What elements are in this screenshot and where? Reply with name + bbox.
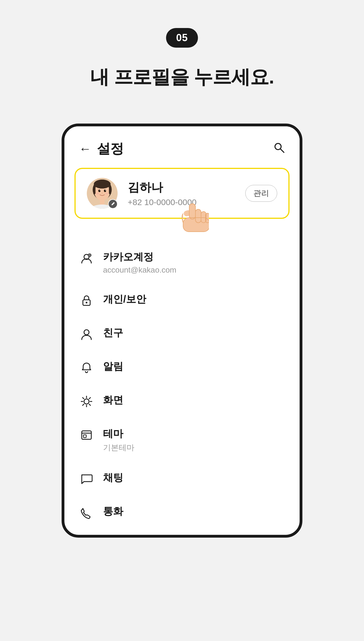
privacy-icon xyxy=(79,293,94,308)
svg-line-39 xyxy=(83,404,84,406)
menu-item-chat[interactable]: 채팅 xyxy=(64,462,300,496)
chat-label: 채팅 xyxy=(103,471,123,485)
notifications-label: 알림 xyxy=(103,360,123,373)
menu-item-privacy[interactable]: 개인/보안 xyxy=(64,284,300,317)
svg-line-1 xyxy=(281,149,284,152)
svg-rect-6 xyxy=(109,186,111,194)
svg-point-10 xyxy=(105,190,106,191)
menu-item-notifications[interactable]: 알림 xyxy=(64,351,300,384)
menu-list: 카카오계정 account@kakao.com 개인/보안 xyxy=(64,236,300,535)
display-label: 화면 xyxy=(103,393,123,407)
step-badge: 05 xyxy=(166,28,198,48)
svg-point-31 xyxy=(84,399,89,404)
svg-point-7 xyxy=(98,190,101,192)
edit-badge xyxy=(108,199,118,209)
settings-header: ← 설정 xyxy=(64,126,300,168)
svg-line-36 xyxy=(83,398,84,399)
svg-line-38 xyxy=(89,398,91,399)
kakao-account-label: 카카오계정 xyxy=(103,250,176,264)
privacy-text: 개인/보안 xyxy=(103,292,146,306)
privacy-label: 개인/보안 xyxy=(103,292,146,306)
account-icon xyxy=(79,251,94,266)
call-text: 통화 xyxy=(103,505,123,518)
menu-item-theme[interactable]: 테마 기본테마 xyxy=(64,418,300,462)
svg-point-29 xyxy=(86,302,87,303)
kakao-account-sublabel: account@kakao.com xyxy=(103,266,176,275)
phone-mockup: ← 설정 xyxy=(62,124,302,538)
manage-button[interactable]: 관리 xyxy=(245,185,277,202)
back-button[interactable]: ← xyxy=(79,142,91,156)
display-icon xyxy=(79,394,94,409)
header-left: ← 설정 xyxy=(79,140,124,158)
chat-text: 채팅 xyxy=(103,471,123,485)
display-text: 화면 xyxy=(103,393,123,407)
search-icon[interactable] xyxy=(273,141,285,156)
svg-point-0 xyxy=(275,143,281,150)
svg-point-13 xyxy=(105,193,108,194)
menu-item-display[interactable]: 화면 xyxy=(64,384,300,418)
avatar-wrapper xyxy=(87,178,118,209)
svg-line-37 xyxy=(89,404,91,406)
svg-point-9 xyxy=(100,190,100,191)
notification-icon xyxy=(79,360,94,375)
menu-item-friends[interactable]: 친구 xyxy=(64,317,300,351)
theme-label: 테마 xyxy=(103,427,134,441)
call-icon xyxy=(79,505,94,520)
svg-rect-20 xyxy=(183,218,209,232)
instruction-text: 내 프로필을 누르세요. xyxy=(90,64,274,90)
menu-item-kakao-account[interactable]: 카카오계정 account@kakao.com xyxy=(64,241,300,284)
svg-point-8 xyxy=(104,190,106,192)
svg-point-11 xyxy=(102,193,103,194)
cursor-hand xyxy=(175,201,209,238)
theme-icon xyxy=(79,428,94,443)
menu-item-call[interactable]: 통화 xyxy=(64,496,300,529)
svg-point-12 xyxy=(96,193,99,194)
svg-rect-41 xyxy=(83,435,86,438)
friends-label: 친구 xyxy=(103,326,123,340)
page-title: 설정 xyxy=(97,140,124,158)
theme-sublabel: 기본테마 xyxy=(103,442,134,453)
profile-name: 김하나 xyxy=(128,180,245,195)
theme-text: 테마 기본테마 xyxy=(103,427,134,453)
friends-icon xyxy=(79,327,94,342)
chat-icon xyxy=(79,472,94,487)
kakao-account-text: 카카오계정 account@kakao.com xyxy=(103,250,176,275)
friends-text: 친구 xyxy=(103,326,123,340)
notifications-text: 알림 xyxy=(103,360,123,373)
svg-point-30 xyxy=(84,330,89,335)
svg-rect-5 xyxy=(93,186,95,194)
call-label: 통화 xyxy=(103,505,123,518)
svg-point-4 xyxy=(94,180,111,189)
